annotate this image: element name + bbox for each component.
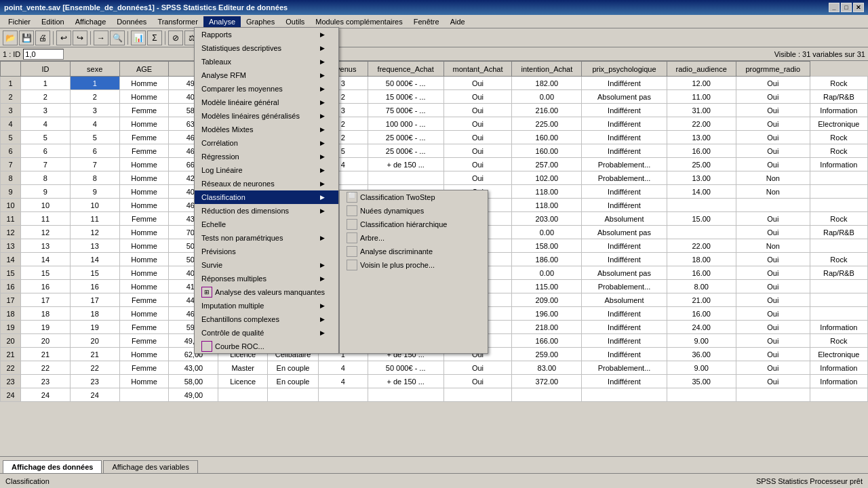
table-cell[interactable]: 9 [70,185,119,199]
menu-mixtes[interactable]: Modèles Mixtes ▶ [195,123,338,136]
menu-comparer[interactable]: Comparer les moyennes ▶ [195,82,338,96]
table-cell[interactable]: Oui [736,321,810,334]
table-cell[interactable]: 11.00 [667,90,736,104]
table-cell[interactable]: 14 [70,253,119,266]
table-cell[interactable]: Femme [119,131,169,144]
var-value-input[interactable] [23,49,64,60]
table-cell[interactable]: Indifférent [582,131,667,144]
table-cell[interactable]: Licence [218,375,268,388]
table-row[interactable]: 222222Femme43,00MasterEn couple450 000€ … [1,361,868,375]
table-cell[interactable]: 0.00 [512,90,582,104]
table-cell[interactable]: 16.00 [667,144,736,158]
print-button[interactable]: 🖨 [35,30,50,45]
table-cell[interactable]: 21.00 [667,293,736,307]
table-cell[interactable]: 25.00 [667,158,736,171]
find-button[interactable]: 🔍 [110,30,125,45]
table-cell[interactable]: Absolument pas [582,266,667,280]
table-cell[interactable]: 4 [318,375,368,388]
menu-courbe-roc[interactable]: Courbe ROC... [195,340,338,353]
table-cell[interactable]: 15.00 [667,212,736,226]
table-cell[interactable]: Indifférent [582,253,667,266]
table-cell[interactable]: Indifférent [582,334,667,348]
table-cell[interactable]: 218.00 [512,321,582,334]
table-cell[interactable]: 36.00 [667,348,736,361]
table-cell[interactable]: Indifférent [582,199,667,212]
table-cell[interactable]: Oui [736,90,810,104]
table-cell[interactable] [218,388,268,402]
table-cell[interactable]: Rap/R&B [810,266,867,280]
minimize-button[interactable]: _ [829,3,840,12]
table-cell[interactable] [119,388,169,402]
table-cell[interactable]: 225.00 [512,117,582,131]
table-cell[interactable]: Rap/R&B [810,90,867,104]
table-cell[interactable]: 158.00 [512,239,582,253]
table-cell[interactable]: 22.00 [667,117,736,131]
stats-button[interactable]: Σ [147,30,162,45]
undo-button[interactable]: ↩ [56,30,71,45]
table-cell[interactable]: 16 [70,280,119,293]
open-file-button[interactable]: 📂 [3,30,18,45]
table-cell[interactable]: 18 [21,307,71,321]
menu-log-lin[interactable]: Log Linéaire ▶ [195,163,338,177]
table-cell[interactable] [810,280,867,293]
table-cell[interactable] [368,388,443,402]
menu-outils[interactable]: Outils [280,16,310,27]
goto-button[interactable]: → [94,30,108,45]
menu-statistiques[interactable]: Statistiques descriptives ▶ [195,41,338,55]
table-cell[interactable]: 203.00 [512,212,582,226]
table-cell[interactable]: Information [810,375,867,388]
table-cell[interactable]: Oui [736,212,810,226]
chart-button[interactable]: 📊 [131,30,146,45]
table-cell[interactable]: Electronique [810,348,867,361]
table-cell[interactable]: Oui [736,348,810,361]
table-cell[interactable]: Oui [736,77,810,90]
table-cell[interactable]: 10 [21,199,71,212]
table-cell[interactable]: Rock [810,131,867,144]
table-row[interactable]: 232323Homme58,00LicenceEn couple4+ de 15… [1,375,868,388]
table-cell[interactable]: 14.00 [667,185,736,199]
table-cell[interactable]: 58,00 [169,375,218,388]
table-cell[interactable]: 2 [70,90,119,104]
table-cell[interactable]: 9.00 [667,334,736,348]
table-cell[interactable]: Femme [119,361,169,375]
table-cell[interactable]: Homme [119,375,169,388]
table-cell[interactable]: 19 [70,321,119,334]
menu-imputation[interactable]: Imputation multiple ▶ [195,299,338,312]
table-cell[interactable]: 160.00 [512,144,582,158]
table-cell[interactable]: 186.00 [512,253,582,266]
menu-correlation[interactable]: Corrélation ▶ [195,136,338,150]
menu-donnees[interactable]: Données [111,16,152,27]
table-cell[interactable]: 31.00 [667,104,736,117]
table-cell[interactable]: Non [736,185,810,199]
table-cell[interactable]: 17 [70,293,119,307]
table-cell[interactable]: 216.00 [512,104,582,117]
maximize-button[interactable]: □ [841,3,852,12]
table-cell[interactable]: 49,00 [169,388,218,402]
table-cell[interactable]: 83.00 [512,361,582,375]
table-cell[interactable] [318,388,368,402]
table-cell[interactable]: 4 [21,117,71,131]
save-button[interactable]: 💾 [19,30,34,45]
table-cell[interactable] [268,388,319,402]
table-cell[interactable]: Femme [119,212,169,226]
table-cell[interactable]: Probablement... [582,158,667,171]
table-cell[interactable]: 118.00 [512,185,582,199]
table-cell[interactable]: 11 [70,212,119,226]
table-cell[interactable]: Absolument pas [582,226,667,239]
submenu-discriminante[interactable]: Analyse discriminante [340,245,488,258]
table-cell[interactable]: Rock [810,77,867,90]
menu-aide[interactable]: Aide [445,16,471,27]
table-cell[interactable]: Indifférent [582,348,667,361]
table-cell[interactable]: Femme [119,293,169,307]
table-cell[interactable]: 16.00 [667,307,736,321]
table-cell[interactable]: Oui [736,375,810,388]
table-cell[interactable]: En couple [268,375,319,388]
menu-graphes[interactable]: Graphes [241,16,280,27]
table-cell[interactable]: 35.00 [667,375,736,388]
table-cell[interactable]: Oui [736,307,810,321]
table-cell[interactable]: 259.00 [512,348,582,361]
table-cell[interactable]: 9.00 [667,361,736,375]
table-cell[interactable]: 8 [21,171,71,185]
table-cell[interactable]: 10 [70,199,119,212]
table-cell[interactable]: 7 [70,158,119,171]
